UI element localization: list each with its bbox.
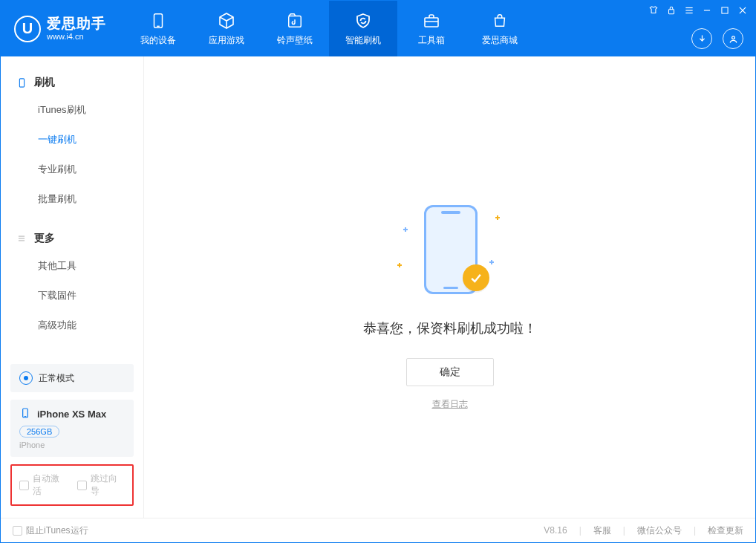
refresh-shield-icon: [353, 11, 373, 30]
app-body: 刷机 iTunes刷机 一键刷机 专业刷机 批量刷机 更多 其他工具 下载固件 …: [1, 56, 755, 518]
tab-label: 工具箱: [418, 34, 445, 47]
checkbox-block-itunes[interactable]: 阻止iTunes运行: [13, 524, 88, 537]
tshirt-icon[interactable]: [648, 5, 659, 19]
device-icon: [16, 77, 27, 88]
lock-icon[interactable]: [666, 5, 677, 19]
tab-apps[interactable]: 应用游戏: [192, 1, 261, 56]
titlebar: U 爱思助手 www.i4.cn 我的设备 应用游戏 铃声壁纸: [1, 1, 755, 56]
tab-flash[interactable]: 智能刷机: [329, 1, 397, 56]
svg-rect-3: [425, 18, 438, 27]
checkbox-auto-activate[interactable]: 自动激活: [19, 472, 67, 498]
wechat-link[interactable]: 微信公众号: [637, 524, 682, 537]
sidebar-group-more[interactable]: 更多: [1, 226, 143, 251]
sidebar-item-firmware[interactable]: 下载固件: [1, 281, 143, 310]
svg-rect-9: [722, 7, 728, 13]
brand-name: 爱思助手: [47, 16, 106, 32]
tab-label: 智能刷机: [345, 34, 381, 47]
brand-url: www.i4.cn: [47, 32, 106, 41]
bottom-options-highlighted: 自动激活 跳过向导: [10, 464, 134, 506]
separator: |: [694, 525, 696, 536]
ok-button[interactable]: 确定: [406, 358, 494, 386]
svg-rect-4: [669, 10, 674, 14]
statusbar: 阻止iTunes运行 V8.16 | 客服 | 微信公众号 | 检查更新: [1, 518, 755, 542]
tab-label: 应用游戏: [209, 34, 244, 47]
version-label: V8.16: [544, 525, 567, 536]
sidebar-group-label: 刷机: [34, 76, 55, 89]
close-icon[interactable]: [737, 5, 748, 19]
mode-icon: [19, 371, 33, 385]
success-illustration: [394, 205, 506, 302]
brand: U 爱思助手 www.i4.cn: [1, 1, 124, 56]
svg-rect-13: [19, 78, 24, 86]
sparkle-icon: [397, 263, 402, 267]
tab-ringtone[interactable]: 铃声壁纸: [261, 1, 329, 56]
list-icon: [16, 233, 27, 244]
sidebar: 刷机 iTunes刷机 一键刷机 专业刷机 批量刷机 更多 其他工具 下载固件 …: [1, 56, 144, 518]
device-type: iPhone: [19, 440, 125, 449]
checkbox-skip-guide[interactable]: 跳过向导: [77, 472, 125, 498]
tab-toolbox[interactable]: 工具箱: [397, 1, 466, 56]
header-action-buttons: [691, 28, 743, 49]
sidebar-item-oneclick-flash[interactable]: 一键刷机: [1, 125, 143, 155]
phone-icon: [149, 11, 168, 30]
device-name: iPhone XS Max: [37, 409, 106, 420]
device-storage: 256GB: [19, 426, 59, 438]
download-button[interactable]: [691, 28, 712, 49]
app-logo-icon: U: [14, 16, 41, 42]
minimize-icon[interactable]: [702, 5, 712, 19]
tab-label: 我的设备: [140, 34, 176, 47]
separator: |: [623, 525, 625, 536]
menu-icon[interactable]: [684, 5, 694, 19]
mode-card[interactable]: 正常模式: [10, 364, 134, 392]
tab-store[interactable]: 爱思商城: [466, 1, 534, 56]
sidebar-item-batch-flash[interactable]: 批量刷机: [1, 184, 143, 214]
checkbox-label: 阻止iTunes运行: [26, 524, 88, 537]
separator: |: [579, 525, 581, 536]
sidebar-group-flash[interactable]: 刷机: [1, 70, 143, 95]
checkmark-badge-icon: [463, 264, 489, 291]
main-tabs: 我的设备 应用游戏 铃声壁纸 智能刷机 工具箱: [124, 1, 534, 56]
svg-point-12: [731, 36, 734, 39]
view-log-link[interactable]: 查看日志: [432, 398, 468, 411]
tab-my-device[interactable]: 我的设备: [124, 1, 192, 56]
sidebar-item-itunes-flash[interactable]: iTunes刷机: [1, 95, 143, 125]
tab-label: 铃声壁纸: [277, 34, 313, 47]
maximize-icon[interactable]: [720, 5, 730, 19]
sidebar-group-label: 更多: [34, 232, 55, 245]
window-controls-top: [648, 5, 748, 19]
checkbox-icon: [19, 481, 29, 490]
success-message: 恭喜您，保资料刷机成功啦！: [363, 319, 537, 337]
sidebar-item-other-tools[interactable]: 其他工具: [1, 251, 143, 281]
sidebar-item-pro-flash[interactable]: 专业刷机: [1, 155, 143, 184]
support-link[interactable]: 客服: [593, 524, 611, 537]
main-content: 恭喜您，保资料刷机成功啦！ 确定 查看日志: [144, 56, 755, 518]
device-phone-icon: [19, 407, 31, 421]
sparkle-icon: [489, 260, 494, 264]
cube-icon: [217, 11, 236, 30]
sparkle-icon: [495, 215, 500, 220]
mode-label: 正常模式: [39, 372, 74, 385]
checkbox-label: 跳过向导: [91, 472, 125, 498]
checkbox-label: 自动激活: [33, 472, 67, 498]
checkbox-icon: [13, 526, 22, 536]
toolbox-icon: [422, 11, 441, 30]
device-card[interactable]: iPhone XS Max 256GB iPhone: [10, 400, 134, 457]
check-update-link[interactable]: 检查更新: [708, 524, 743, 537]
checkbox-icon: [77, 481, 87, 490]
bag-icon: [490, 11, 509, 30]
account-button[interactable]: [723, 28, 743, 49]
tab-label: 爱思商城: [482, 34, 518, 47]
music-folder-icon: [285, 11, 304, 30]
sparkle-icon: [403, 227, 408, 232]
svg-rect-0: [154, 13, 163, 27]
sidebar-item-advanced[interactable]: 高级功能: [1, 310, 143, 340]
